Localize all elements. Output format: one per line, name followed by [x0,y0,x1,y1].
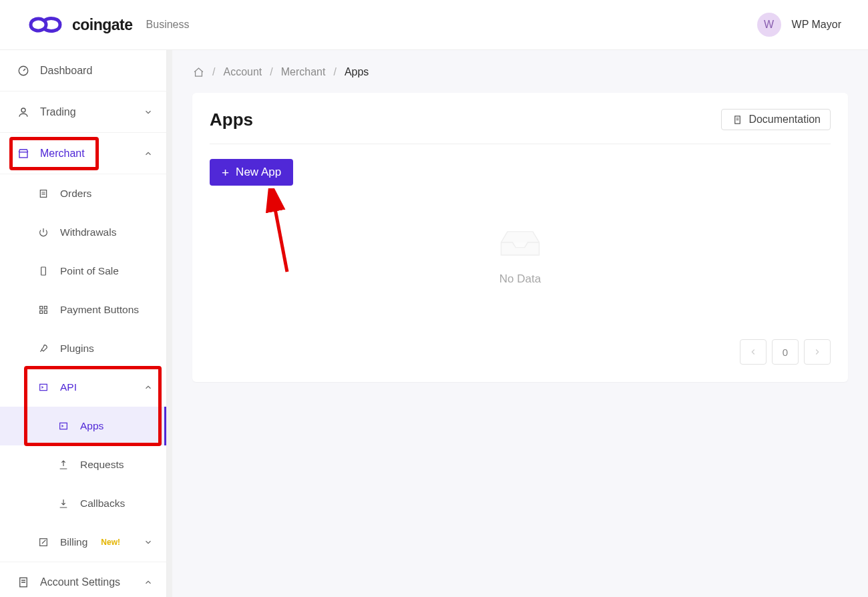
chevron-up-icon [144,149,153,158]
grid-icon [37,304,49,316]
page-title: Apps [210,110,253,130]
sidebar-subitem-apps[interactable]: Apps [0,407,166,445]
sidebar-item-label: Billing [60,536,87,548]
user-menu[interactable]: W WP Mayor [757,13,841,37]
breadcrumb-merchant[interactable]: Merchant [281,66,326,78]
brand-name: coingate [72,16,133,34]
breadcrumb-separator: / [270,66,272,78]
sidebar-item-label: Account Settings [40,576,120,588]
chevron-down-icon [144,108,153,117]
sidebar-item-label: Callbacks [80,498,125,510]
documentation-label: Documentation [748,114,821,126]
sidebar-item-label: API [60,381,77,393]
coingate-logo-icon [27,14,64,35]
sidebar-subitem-orders[interactable]: Orders [0,174,166,213]
sidebar-subitem-pos[interactable]: Point of Sale [0,252,166,290]
chevron-up-icon [144,578,153,587]
breadcrumb: / Account / Merchant / Apps [192,66,848,78]
breadcrumb-account[interactable]: Account [223,66,262,78]
brand-area: coingate Business [27,14,190,35]
documentation-button[interactable]: Documentation [721,109,831,130]
app-header: coingate Business W WP Mayor [0,0,868,50]
gauge-icon [17,65,29,77]
user-name: WP Mayor [792,19,841,31]
file-icon [731,114,743,126]
svg-rect-4 [41,267,46,275]
edit-icon [37,536,49,548]
rocket-icon [37,343,49,355]
chevron-right-icon [813,347,822,357]
sidebar-subitem-api[interactable]: API [0,368,166,407]
sidebar-item-label: Requests [80,459,124,471]
sidebar: Dashboard Trading Merchant [0,50,167,597]
list-icon [37,188,49,200]
sidebar-item-label: Trading [40,106,76,118]
store-icon [17,148,29,160]
svg-rect-3 [40,190,46,198]
sidebar-item-label: Payment Buttons [60,304,139,316]
sidebar-item-label: Plugins [60,343,94,355]
main-content: / Account / Merchant / Apps Apps Documen… [172,50,868,597]
inbox-icon [495,226,546,259]
settings-icon [17,576,29,588]
tablet-icon [37,265,49,277]
sidebar-subitem-callbacks[interactable]: Callbacks [0,484,166,523]
sidebar-subitem-payment-buttons[interactable]: Payment Buttons [0,290,166,329]
sidebar-subitem-billing[interactable]: Billing New! [0,523,166,562]
new-badge: New! [101,538,120,547]
avatar: W [757,13,781,37]
empty-state: No Data [210,186,831,313]
svg-rect-5 [40,307,43,309]
no-data-label: No Data [499,272,541,286]
sidebar-item-merchant[interactable]: Merchant [0,133,166,174]
chevron-down-icon [144,538,153,547]
home-icon[interactable] [192,66,204,78]
card-header: Apps Documentation [210,109,831,144]
sidebar-subitem-requests[interactable]: Requests [0,445,166,484]
upload-icon [57,459,69,471]
breadcrumb-separator: / [333,66,336,78]
svg-rect-6 [44,307,47,309]
chevron-up-icon [144,383,153,392]
chevron-left-icon [748,347,758,357]
svg-rect-7 [40,311,43,313]
sidebar-item-label: Merchant [40,148,85,160]
pagination-page-button[interactable]: 0 [772,339,799,365]
svg-rect-8 [44,311,47,313]
download-icon [57,498,69,510]
new-app-button[interactable]: + New App [210,159,293,186]
terminal-icon [37,381,49,393]
sidebar-item-label: Orders [60,188,91,200]
sidebar-scrollbar[interactable] [167,50,172,597]
terminal-icon [57,420,69,432]
sidebar-item-label: Apps [80,420,103,432]
sidebar-item-account-settings[interactable]: Account Settings [0,562,166,597]
breadcrumb-separator: / [212,66,215,78]
sidebar-item-label: Withdrawals [60,226,116,238]
sidebar-item-label: Point of Sale [60,265,119,277]
sidebar-item-dashboard[interactable]: Dashboard [0,50,166,91]
breadcrumb-current: Apps [345,66,369,78]
new-app-label: New App [236,166,281,179]
apps-card: Apps Documentation + New App [192,93,848,382]
pagination-next-button[interactable] [804,339,831,365]
sidebar-subitem-plugins[interactable]: Plugins [0,329,166,368]
power-icon [37,226,49,238]
pagination: 0 [210,339,831,365]
user-icon [17,106,29,118]
sidebar-subitem-withdrawals[interactable]: Withdrawals [0,213,166,252]
svg-rect-2 [19,152,27,157]
svg-point-1 [21,108,25,112]
pagination-prev-button[interactable] [740,339,767,365]
brand-subtitle: Business [146,19,190,31]
sidebar-item-label: Dashboard [40,65,92,77]
plus-icon: + [222,166,229,179]
sidebar-item-trading[interactable]: Trading [0,91,166,133]
